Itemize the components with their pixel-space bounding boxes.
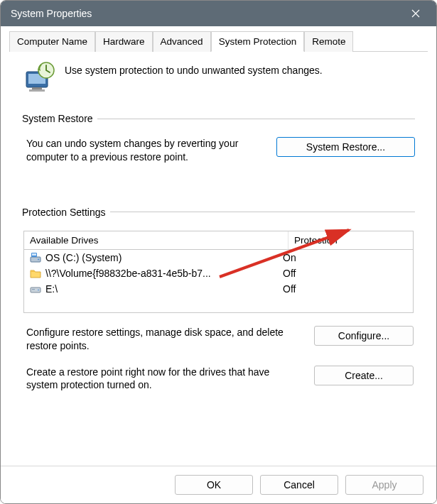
- ok-button[interactable]: OK: [175, 475, 253, 495]
- group-label-protection-settings: Protection Settings: [22, 207, 415, 218]
- restore-description: You can undo system changes by reverting…: [26, 137, 265, 164]
- folder-icon: [30, 268, 41, 279]
- create-description: Create a restore point right now for the…: [26, 366, 303, 393]
- group-label-system-restore: System Restore: [22, 113, 415, 124]
- cancel-button[interactable]: Cancel: [260, 475, 338, 495]
- drive-protection: Off: [283, 283, 407, 295]
- svg-point-11: [38, 289, 39, 290]
- drive-name: OS (C:) (System): [45, 252, 122, 263]
- configure-row: Configure restore settings, manage disk …: [26, 326, 414, 353]
- intro-text: Use system protection to undo unwanted s…: [65, 60, 323, 76]
- drives-table-header: Available Drives Protection: [24, 231, 413, 250]
- svg-rect-2: [32, 87, 42, 89]
- tab-strip: Computer Name Hardware Advanced System P…: [9, 31, 428, 52]
- close-icon: [411, 9, 420, 18]
- svg-rect-9: [32, 253, 36, 256]
- table-row[interactable]: \\?\Volume{f98832be-a831-4e5b-b7... Off: [24, 265, 413, 281]
- configure-button[interactable]: Configure...: [314, 326, 414, 346]
- system-properties-window: System Properties Computer Name Hardware…: [0, 0, 437, 504]
- col-header-drives: Available Drives: [24, 231, 288, 249]
- close-button[interactable]: [401, 3, 431, 24]
- dialog-footer: OK Cancel Apply: [1, 466, 436, 503]
- system-protection-icon: [22, 60, 56, 94]
- configure-description: Configure restore settings, manage disk …: [26, 326, 303, 353]
- titlebar: System Properties: [1, 1, 436, 26]
- apply-button[interactable]: Apply: [345, 475, 423, 495]
- restore-row: You can undo system changes by reverting…: [26, 137, 415, 164]
- table-row[interactable]: OS (C:) (System) On: [24, 250, 413, 265]
- disk-icon: [30, 283, 41, 295]
- drive-protection: Off: [283, 268, 407, 279]
- drives-table: Available Drives Protection OS (C:) (Sys…: [23, 231, 414, 313]
- disk-system-icon: [30, 252, 41, 263]
- intro-row: Use system protection to undo unwanted s…: [22, 60, 415, 94]
- create-row: Create a restore point right now for the…: [26, 366, 414, 393]
- system-restore-button[interactable]: System Restore...: [276, 137, 415, 157]
- tab-computer-name[interactable]: Computer Name: [9, 31, 95, 52]
- drive-name: E:\: [45, 283, 58, 295]
- svg-rect-12: [32, 289, 35, 290]
- create-button[interactable]: Create...: [314, 366, 414, 385]
- tab-remote[interactable]: Remote: [304, 31, 353, 52]
- tab-content: Use system protection to undo unwanted s…: [1, 52, 436, 466]
- window-title: System Properties: [11, 8, 92, 19]
- drive-name: \\?\Volume{f98832be-a831-4e5b-b7...: [45, 268, 211, 279]
- col-header-protection: Protection: [288, 231, 413, 249]
- table-row[interactable]: E:\ Off: [24, 281, 413, 297]
- drive-protection: On: [283, 252, 407, 263]
- svg-point-7: [38, 258, 39, 260]
- tab-system-protection[interactable]: System Protection: [211, 31, 305, 52]
- tab-advanced[interactable]: Advanced: [153, 31, 211, 52]
- svg-rect-3: [29, 89, 45, 92]
- tab-hardware[interactable]: Hardware: [95, 31, 153, 52]
